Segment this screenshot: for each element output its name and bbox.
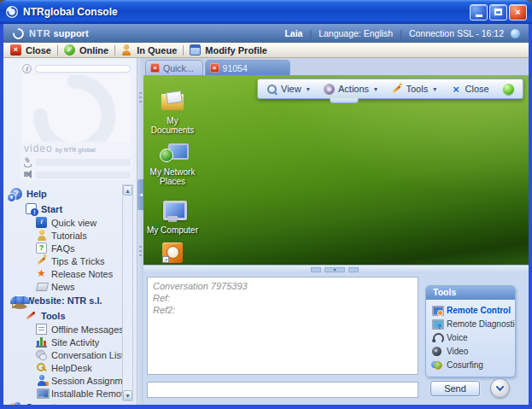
monitor-icon [36,388,47,399]
scroll-up-icon[interactable]: ▲ [123,185,132,196]
main-area: × Quick... × 91054 My Documents My Netwo… [143,58,529,405]
sidebar-scrollbar[interactable]: ▲ ▼ [122,184,133,401]
desktop-icon-my-computer[interactable]: My Computer [145,200,200,235]
sidebar-item-release-notes[interactable]: ★ Release Notes [3,267,128,280]
wand-icon [391,84,402,95]
video-preview [22,75,131,142]
online-status-button[interactable]: ✓ Online [64,44,108,56]
tools-menu-button[interactable]: Tools ▾ [391,84,436,95]
user-name: Laia [284,28,302,38]
sidebar-item-website[interactable]: Website: NTR s.l. [3,293,128,308]
desktop-icon-outlook[interactable]: ↗ Outlook [145,242,200,265]
close-label: Close [465,84,489,94]
modify-profile-label: Modify Profile [205,45,267,56]
close-window-button[interactable]: × [509,4,527,20]
conversation-splitter[interactable]: ▾ [143,265,529,273]
sidebar-item-label: News [51,282,75,292]
video-slider[interactable] [35,65,131,73]
tab-close-icon[interactable]: × [210,63,219,73]
house-icon [10,295,21,307]
maximize-button[interactable] [489,4,507,20]
chevron-down-icon [496,383,505,391]
expand-options-button[interactable] [490,378,510,398]
desktop-icon-my-documents[interactable]: My Documents [145,91,200,135]
mic-level-bar[interactable] [36,159,131,166]
shortcut-arrow-icon: ↗ [162,256,169,263]
sidebar-item-offline-messages[interactable]: Offline Messages [3,323,128,336]
tab-91054[interactable]: × 91054 [205,60,290,75]
speaker-icon[interactable] [22,169,33,180]
sidebar-item-helpdesk[interactable]: HelpDesk [3,361,128,374]
sidebar-item-tools[interactable]: Tools [3,308,128,323]
header-status: Laia | Language: English | Connection SS… [284,28,520,38]
tool-voice[interactable]: Voice [431,330,512,344]
tool-remote-control[interactable]: Remote Control [431,303,512,317]
sidebar-item-help[interactable]: ? Help [3,186,128,202]
header-separator: | [309,28,312,38]
tool-label: Video [447,347,468,356]
close-session-button[interactable]: × Close [10,44,51,56]
toolbar-handle[interactable] [330,98,359,103]
sidebar-item-tutorials[interactable]: Tutorials [3,229,128,242]
sidebar-item-operators[interactable]: + Operators [3,400,128,405]
sidebar-splitter[interactable]: ◂ [137,58,143,405]
tools-panel-title: Tools [426,286,515,300]
close-label: Close [26,45,51,56]
sidebar-item-session-assignment[interactable]: Session Assignment [3,374,128,387]
info-icon[interactable]: i [22,64,32,73]
conversation-section: Conversation 7975393 Ref: Ref2: Tools Re… [143,273,529,405]
send-button[interactable]: Send [430,381,480,396]
speaker-level-bar[interactable] [36,172,131,178]
close-session-toolbar-button[interactable]: × Close [451,84,489,95]
tool-video[interactable]: Video [431,344,512,358]
toolbar-divider [114,45,115,56]
video-brand-by: by NTR global [56,147,96,153]
tool-cosurfing[interactable]: Cosurfing [431,358,512,371]
sidebar-item-label: Installable Remote Contr [51,389,128,399]
modify-profile-button[interactable]: Modify Profile [190,44,267,56]
cosurfing-icon [431,359,442,371]
sidebar-item-label: Session Assignment [51,376,128,386]
app-window: NTRglobal Console × NTR support Laia | L… [0,0,532,409]
folder-icon [158,91,187,114]
splitter-grip [139,246,142,258]
scroll-down-icon[interactable]: ▼ [123,390,132,400]
tab-close-icon[interactable]: × [150,63,160,73]
conversation-line: Ref: [153,292,412,304]
tab-quick[interactable]: × Quick... [145,60,203,75]
sidebar-item-quick-view[interactable]: i Quick view [3,216,128,229]
sidebar-menu: ? Help Start i Quick view Tutorials ? [3,183,128,405]
view-menu-button[interactable]: View ▾ [266,84,310,95]
brand: NTR support [12,27,284,40]
actions-menu-button[interactable]: Actions ▾ [324,84,377,95]
sidebar-item-conversation-list[interactable]: Conversation List [3,348,128,361]
tool-label: Voice [447,333,467,342]
sidebar-item-installable-remote-control[interactable]: Installable Remote Contr [3,387,128,400]
message-input[interactable] [147,382,418,398]
network-places-icon [158,142,187,166]
splitter-collapse-icon[interactable]: ▾ [324,267,345,272]
sidebar-item-faqs[interactable]: ? FAQs [3,242,128,254]
news-icon [36,281,47,292]
splitter-grip [139,92,142,104]
sidebar-item-site-activity[interactable]: Site Activity [3,336,128,348]
remote-desktop-viewport[interactable]: My Documents My Network Places My Comput… [143,75,529,265]
people-icon: + [10,402,21,406]
header-separator: | [400,28,402,38]
sidebar-item-label: HelpDesk [51,363,92,373]
sidebar-item-start[interactable]: Start [3,202,128,216]
desktop-icon-my-network-places[interactable]: My Network Places [145,142,200,186]
sidebar-item-news[interactable]: News [3,280,128,293]
in-queue-button[interactable]: In Queue [121,44,177,56]
desktop-icon-label: My Documents [145,116,200,135]
minimize-button[interactable] [470,4,488,20]
quick-view-icon: i [36,217,47,228]
wand-icon [36,255,47,266]
tool-remote-diagnostics[interactable]: Remote Diagnostics [431,317,512,330]
toolbar-divider [183,45,184,56]
microphone-icon[interactable] [22,156,33,167]
speech-bubbles-icon [36,349,47,360]
sidebar-item-tips-tricks[interactable]: Tips & Tricks [3,254,128,267]
titlebar: NTRglobal Console × [0,0,532,24]
close-x-icon: × [451,84,462,95]
